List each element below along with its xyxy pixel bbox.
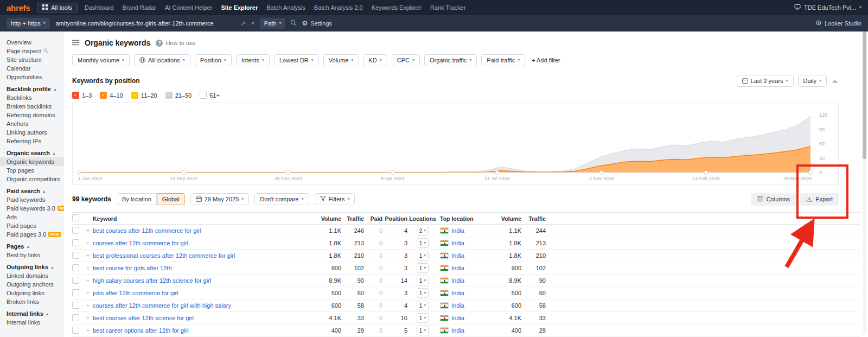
sidebar-section-internal-links[interactable]: Internal links▲	[0, 306, 64, 318]
add-keyword-button[interactable]: +	[83, 277, 93, 284]
legend-11-20[interactable]: ✓11–20	[131, 92, 157, 99]
sidebar-item-organic-competitors[interactable]: Organic competitors	[0, 175, 64, 183]
legend-1-3[interactable]: ✓1–3	[72, 92, 92, 99]
column-header-locations-5[interactable]: Locations	[407, 215, 438, 222]
nav-item-dashboard[interactable]: Dashboard	[85, 4, 114, 11]
export-button[interactable]: Export	[800, 193, 839, 206]
row-checkbox[interactable]	[72, 277, 79, 284]
compare-dropdown[interactable]: Don't compare ▾	[254, 193, 309, 205]
sidebar-item-calendar[interactable]: Calendar	[0, 64, 64, 73]
all-tools-button[interactable]: All tools	[37, 3, 78, 12]
row-checkbox[interactable]	[72, 264, 79, 271]
top-location-link[interactable]: India	[451, 265, 464, 271]
filter-monthly-volume[interactable]: Monthly volume▾	[72, 54, 130, 66]
sidebar-item-linking-authors[interactable]: Linking authors	[0, 128, 64, 137]
filter-paid-traffic[interactable]: Paid traffic▾	[481, 54, 525, 66]
sidebar-item-anchors[interactable]: Anchors	[0, 119, 64, 128]
top-location-link[interactable]: India	[451, 327, 464, 334]
scrollbar-thumb[interactable]	[863, 31, 866, 159]
locations-dropdown[interactable]: 1 ▾	[417, 238, 429, 248]
keyword-link[interactable]: courses after 12th commerce for girl wit…	[93, 302, 231, 309]
sidebar-item-ads[interactable]: Ads	[0, 213, 64, 221]
keyword-link[interactable]: high salary courses after 12th science f…	[93, 277, 211, 284]
sidebar-item-internal-links[interactable]: Internal links	[0, 318, 64, 327]
legend-checkbox[interactable]	[200, 92, 207, 99]
filter-all-locations[interactable]: All locations▾	[134, 54, 190, 66]
add-keyword-button[interactable]: +	[83, 252, 93, 259]
filter-cpc[interactable]: CPC▾	[392, 54, 420, 66]
sidebar-item-organic-keywords[interactable]: Organic keywords	[0, 157, 64, 166]
sidebar-section-backlink-profile[interactable]: Backlink profile▲	[0, 81, 64, 93]
sidebar-item-broken-backlinks[interactable]: Broken backlinks	[0, 102, 64, 111]
mode-dropdown[interactable]: Path ▾	[260, 18, 286, 29]
row-checkbox[interactable]	[72, 314, 79, 321]
vertical-scrollbar[interactable]	[863, 31, 866, 334]
row-checkbox[interactable]	[72, 302, 79, 309]
by-location-button[interactable]: By location	[117, 193, 157, 205]
top-location-link[interactable]: India	[451, 290, 464, 296]
account-menu[interactable]: TDE EduTech Pvt... ▾	[794, 4, 861, 11]
legend-51[interactable]: 51+	[200, 92, 220, 99]
sidebar-item-referring-domains[interactable]: Referring domains	[0, 111, 64, 119]
nav-item-keywords-explorer[interactable]: Keywords Explorer	[372, 4, 422, 11]
top-location-link[interactable]: India	[451, 240, 464, 246]
add-keyword-button[interactable]: +	[83, 327, 93, 334]
locations-dropdown[interactable]: 1 ▾	[417, 276, 429, 285]
filter-lowest-dr[interactable]: Lowest DR▾	[274, 54, 319, 66]
table-filters-dropdown[interactable]: Filters ▾	[315, 193, 355, 205]
global-button[interactable]: Global	[157, 193, 185, 205]
legend-checkbox[interactable]: ✓	[131, 92, 138, 99]
column-header-volume-1[interactable]: Volume	[310, 215, 341, 222]
keyword-link[interactable]: best professional courses after 12th com…	[93, 252, 235, 259]
add-filter-button[interactable]: + Add filter	[529, 57, 562, 63]
keyword-link[interactable]: jobs after 12th commerce for girl	[93, 290, 178, 296]
sidebar-item-page-inspect[interactable]: Page inspect	[0, 47, 64, 55]
nav-item-batch-analysis[interactable]: Batch Analysis	[266, 4, 305, 11]
search-icon[interactable]	[290, 20, 297, 27]
row-checkbox[interactable]	[72, 239, 79, 246]
sidebar-item-top-pages[interactable]: Top pages	[0, 166, 64, 175]
table-date-dropdown[interactable]: 29 May 2025 ▾	[190, 193, 250, 205]
sidebar-item-backlinks[interactable]: Backlinks	[0, 93, 64, 102]
legend-checkbox[interactable]: ✓	[72, 92, 79, 99]
nav-item-brand-radar[interactable]: Brand Radar	[123, 4, 156, 11]
filter-position[interactable]: Position▾	[195, 54, 232, 66]
column-header-volume-7[interactable]: Volume	[492, 215, 521, 222]
nav-item-batch-analysis-2-0[interactable]: Batch Analysis 2.0	[314, 4, 363, 11]
add-keyword-button[interactable]: +	[83, 264, 93, 272]
locations-dropdown[interactable]: 1 ▾	[417, 251, 429, 260]
nav-item-site-explorer[interactable]: Site Explorer	[221, 4, 258, 11]
locations-dropdown[interactable]: 1 ▾	[417, 288, 429, 298]
row-checkbox[interactable]	[72, 289, 79, 296]
sidebar-section-outgoing-links[interactable]: Outgoing links▲	[0, 259, 64, 271]
sidebar-item-best-by-links[interactable]: Best by links	[0, 251, 64, 259]
keyword-link[interactable]: best courses after 12th commerce for gir…	[93, 227, 201, 234]
menu-icon[interactable]	[72, 38, 79, 48]
sidebar-item-outgoing-anchors[interactable]: Outgoing anchors	[0, 280, 64, 289]
legend-checkbox[interactable]: ✓	[100, 92, 107, 99]
row-checkbox[interactable]	[72, 227, 79, 234]
sidebar-item-linked-domains[interactable]: Linked domains	[0, 271, 64, 280]
column-header-traffic-2[interactable]: Traffic	[341, 215, 364, 222]
sidebar-item-opportunities[interactable]: Opportunities	[0, 73, 64, 81]
locations-dropdown[interactable]: 1 ▾	[417, 313, 429, 323]
filter-organic-traffic[interactable]: Organic traffic▾	[424, 54, 477, 66]
sidebar-section-organic-search[interactable]: Organic search▲	[0, 145, 64, 157]
row-checkbox[interactable]	[72, 327, 79, 334]
ahrefs-logo[interactable]: ahrefs	[7, 3, 30, 12]
column-header-keyword-0[interactable]: Keyword	[93, 215, 310, 222]
sidebar-item-paid-pages[interactable]: Paid pages	[0, 221, 64, 230]
legend-checkbox[interactable]: ✓	[165, 92, 173, 99]
looker-studio-link[interactable]: Looker Studio	[816, 20, 861, 27]
date-range-dropdown[interactable]: Last 2 years ▾	[737, 75, 794, 87]
add-keyword-button[interactable]: +	[83, 289, 93, 297]
url-input[interactable]	[55, 20, 236, 27]
row-checkbox[interactable]	[72, 214, 79, 221]
column-header-paid-3[interactable]: Paid	[364, 215, 382, 222]
locations-dropdown[interactable]: 1 ▾	[417, 263, 429, 273]
keyword-link[interactable]: best courses after 12th science for girl	[93, 315, 194, 321]
sidebar-item-referring-ips[interactable]: Referring IPs	[0, 137, 64, 145]
add-keyword-button[interactable]: +	[83, 302, 93, 309]
keyword-link[interactable]: courses after 12th commerce for girl	[93, 240, 188, 246]
top-location-link[interactable]: India	[451, 227, 464, 234]
